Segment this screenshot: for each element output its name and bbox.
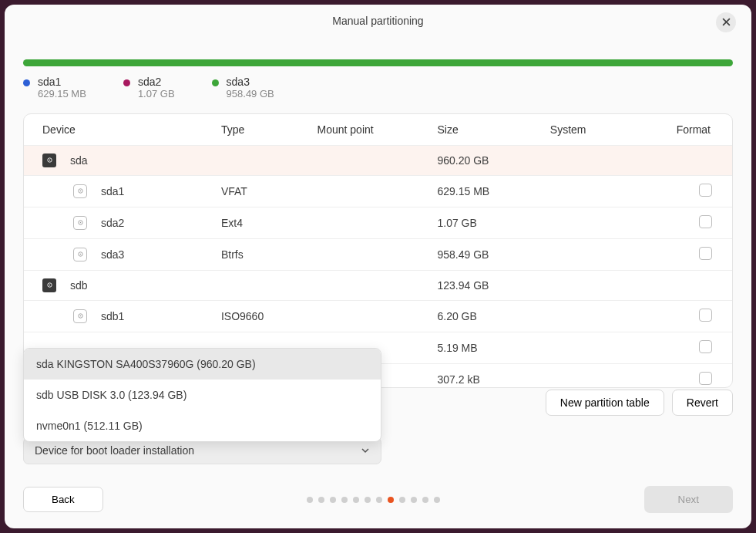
- boot-device-dropdown-popup: sda KINGSTON SA400S37960G (960.20 GB)sdb…: [23, 348, 381, 442]
- manual-partitioning-dialog: Manual partitioning sda1 629.15 MB sda2 …: [5, 5, 751, 528]
- pager-dot: [365, 497, 371, 503]
- legend-item: sda1 629.15 MB: [23, 76, 86, 100]
- table-row[interactable]: sda 960.20 GB: [24, 145, 732, 175]
- pager-dot: [422, 497, 428, 503]
- footer: Back Next: [23, 486, 733, 513]
- legend-size: 958.49 GB: [227, 88, 274, 100]
- partition-legend: sda1 629.15 MB sda2 1.07 GB sda3 958.49 …: [23, 76, 733, 100]
- device-cell: sda2: [42, 216, 209, 230]
- pager-dot: [353, 497, 359, 503]
- format-checkbox[interactable]: [699, 184, 712, 197]
- device-cell: sdb1: [42, 309, 209, 323]
- revert-button[interactable]: Revert: [672, 390, 733, 416]
- partition-icon: [73, 248, 87, 261]
- table-row[interactable]: sda2 Ext4 1.07 GB: [24, 207, 732, 238]
- device-name: sda1: [101, 185, 124, 197]
- col-format: Format: [634, 114, 732, 146]
- size-cell: 307.2 kB: [437, 363, 549, 388]
- format-checkbox[interactable]: [699, 309, 712, 322]
- pager-dot: [434, 497, 440, 503]
- titlebar: Manual partitioning: [23, 5, 733, 38]
- legend-size: 1.07 GB: [138, 88, 175, 100]
- partition-icon: [73, 184, 87, 198]
- mount-cell: [318, 300, 438, 332]
- system-cell: [550, 332, 635, 363]
- device-cell: sdb: [42, 278, 209, 292]
- col-device: Device: [24, 114, 221, 146]
- format-checkbox[interactable]: [699, 215, 712, 228]
- format-checkbox[interactable]: [699, 340, 712, 353]
- device-name: sda3: [101, 248, 124, 261]
- close-button[interactable]: [716, 12, 736, 32]
- back-button[interactable]: Back: [23, 487, 103, 512]
- table-actions: New partition table Revert: [546, 390, 733, 416]
- next-button: Next: [644, 486, 733, 513]
- table-row[interactable]: sda1 VFAT 629.15 MB: [24, 175, 732, 207]
- format-cell: [634, 332, 732, 363]
- format-cell: [634, 175, 732, 207]
- svg-point-3: [79, 191, 80, 191]
- size-cell: 123.94 GB: [437, 270, 549, 300]
- boot-device-option[interactable]: sdb USB DISK 3.0 (123.94 GB): [24, 380, 381, 410]
- system-cell: [550, 270, 635, 300]
- legend-name: sda2: [138, 76, 175, 88]
- svg-point-1: [49, 160, 49, 160]
- type-cell: Ext4: [221, 207, 318, 238]
- pager-dot: [399, 497, 405, 503]
- legend-color-dot: [23, 79, 30, 86]
- size-cell: 5.19 MB: [437, 332, 549, 363]
- col-mount: Mount point: [318, 114, 438, 146]
- table-row[interactable]: sdb 123.94 GB: [24, 270, 732, 300]
- system-cell: [550, 145, 635, 175]
- dialog-title: Manual partitioning: [332, 15, 423, 27]
- new-partition-table-button[interactable]: New partition table: [546, 390, 664, 416]
- size-cell: 958.49 GB: [437, 238, 549, 270]
- pager-dot: [307, 497, 313, 503]
- svg-point-5: [79, 222, 80, 223]
- mount-cell: [318, 145, 438, 175]
- device-name: sda2: [101, 217, 124, 229]
- type-cell: Btrfs: [221, 238, 318, 270]
- legend-text: sda1 629.15 MB: [38, 76, 86, 100]
- system-cell: [550, 300, 635, 332]
- size-cell: 960.20 GB: [437, 145, 549, 175]
- device-cell: sda3: [42, 248, 209, 261]
- mount-cell: [318, 207, 438, 238]
- col-system: System: [550, 114, 635, 146]
- mount-cell: [318, 238, 438, 270]
- device-name: sdb1: [101, 310, 124, 322]
- boot-device-option[interactable]: sda KINGSTON SA400S37960G (960.20 GB): [24, 349, 381, 380]
- boot-device-option[interactable]: nvme0n1 (512.11 GB): [24, 410, 381, 441]
- close-icon: [722, 16, 731, 29]
- table-row[interactable]: sda3 Btrfs 958.49 GB: [24, 238, 732, 270]
- legend-color-dot: [123, 79, 130, 86]
- format-checkbox[interactable]: [699, 247, 712, 260]
- format-cell: [634, 300, 732, 332]
- chevron-down-icon: [361, 446, 370, 455]
- device-name: sdb: [70, 279, 88, 292]
- size-cell: 1.07 GB: [437, 207, 549, 238]
- device-cell: sda: [42, 153, 209, 167]
- format-cell: [634, 363, 732, 388]
- step-pager: [307, 497, 440, 503]
- device-cell: sda1: [42, 184, 209, 198]
- pager-dot: [318, 497, 324, 503]
- table-header-row: Device Type Mount point Size System Form…: [24, 114, 732, 146]
- pager-dot: [341, 497, 348, 503]
- legend-name: sda1: [38, 76, 86, 88]
- format-cell: [634, 238, 732, 270]
- disk-icon: [42, 153, 56, 167]
- svg-point-9: [49, 285, 49, 285]
- format-cell: [634, 270, 732, 300]
- size-cell: 6.20 GB: [437, 300, 549, 332]
- table-row[interactable]: sdb1 ISO9660 6.20 GB: [24, 300, 732, 332]
- boot-device-label: Device for boot loader installation: [35, 444, 194, 457]
- col-type: Type: [221, 114, 318, 146]
- legend-item: sda3 958.49 GB: [212, 76, 274, 100]
- type-cell: VFAT: [221, 175, 318, 207]
- legend-color-dot: [212, 79, 219, 86]
- svg-point-11: [79, 315, 80, 316]
- system-cell: [550, 238, 635, 270]
- system-cell: [550, 207, 635, 238]
- format-checkbox[interactable]: [699, 372, 712, 385]
